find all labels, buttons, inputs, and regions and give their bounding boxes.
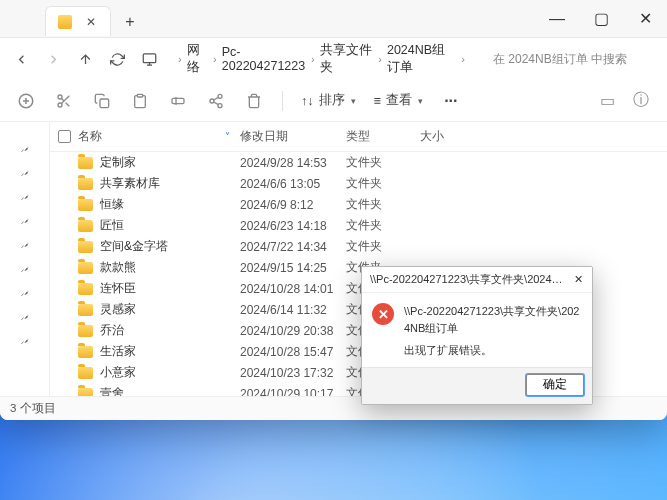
details-pane-icon[interactable]: ⓘ [631, 91, 651, 111]
maximize-button[interactable]: ▢ [579, 0, 623, 38]
refresh-button[interactable] [108, 50, 126, 68]
table-row[interactable]: 定制家2024/9/28 14:53文件夹 [50, 152, 667, 173]
file-name: 空间&金字塔 [100, 238, 168, 255]
file-name: 灵感家 [100, 301, 136, 318]
share-icon[interactable] [206, 91, 226, 111]
paste-icon[interactable] [130, 91, 150, 111]
column-headers: 名称˅ 修改日期 类型 大小 [50, 122, 667, 152]
address-bar: › 网络 › Pc-202204271223 › 共享文件夹 › 2024NB组… [0, 38, 667, 80]
back-button[interactable] [12, 50, 30, 68]
pin-icon[interactable] [17, 144, 33, 154]
file-name: 定制家 [100, 154, 136, 171]
folder-icon [78, 241, 93, 253]
window-controls: — ▢ ✕ [535, 0, 667, 38]
file-name: 款款熊 [100, 259, 136, 276]
copy-icon[interactable] [92, 91, 112, 111]
monitor-icon[interactable] [140, 50, 158, 68]
new-tab-button[interactable]: + [117, 9, 143, 35]
file-date: 2024/10/28 14:01 [240, 282, 346, 296]
svg-point-7 [218, 94, 222, 98]
folder-icon [78, 262, 93, 274]
breadcrumb[interactable]: › 网络 › Pc-202204271223 › 共享文件夹 › 2024NB组… [172, 44, 471, 74]
pin-icon[interactable] [17, 168, 33, 178]
svg-point-8 [210, 99, 214, 103]
item-count: 3 个项目 [10, 401, 56, 416]
file-name: 匠恒 [100, 217, 124, 234]
sort-button[interactable]: ↑↓排序▾ [301, 92, 356, 109]
chevron-down-icon: ▾ [351, 96, 356, 106]
dialog-title: \\Pc-202204271223\共享文件夹\2024NB组订单 [370, 272, 570, 287]
titlebar: ✕ + — ▢ ✕ [0, 0, 667, 38]
chevron-down-icon: ▾ [418, 96, 423, 106]
rename-icon[interactable] [168, 91, 188, 111]
pin-icon[interactable] [17, 240, 33, 250]
file-date: 2024/10/23 17:32 [240, 366, 346, 380]
dialog-close-button[interactable]: ✕ [570, 271, 586, 289]
file-date: 2024/7/22 14:34 [240, 240, 346, 254]
folder-icon [78, 367, 93, 379]
pin-icon[interactable] [17, 264, 33, 274]
tab-active[interactable]: ✕ [45, 6, 111, 36]
file-date: 2024/10/29 10:17 [240, 387, 346, 397]
ok-button[interactable]: 确定 [526, 374, 584, 396]
file-date: 2024/6/6 13:05 [240, 177, 346, 191]
tab-close-icon[interactable]: ✕ [84, 15, 98, 29]
cut-icon[interactable] [54, 91, 74, 111]
more-button[interactable]: ··· [441, 91, 461, 111]
chevron-right-icon: › [178, 53, 182, 65]
view-button[interactable]: ≡查看▾ [374, 92, 423, 109]
svg-rect-6 [172, 98, 184, 103]
preview-pane-icon[interactable]: ▭ [597, 91, 617, 111]
minimize-button[interactable]: — [535, 0, 579, 38]
table-row[interactable]: 匠恒2024/6/23 14:18文件夹 [50, 215, 667, 236]
crumb-network[interactable]: 网络 [185, 40, 210, 78]
pin-icon[interactable] [17, 192, 33, 202]
close-window-button[interactable]: ✕ [623, 0, 667, 38]
delete-icon[interactable] [244, 91, 264, 111]
sort-indicator-icon: ˅ [225, 131, 230, 142]
col-name[interactable]: 名称˅ [78, 128, 240, 145]
col-size[interactable]: 大小 [420, 128, 480, 145]
dialog-message: \\Pc-202204271223\共享文件夹\2024NB组订单 出现了扩展错… [404, 303, 582, 359]
chevron-right-icon: › [311, 53, 315, 65]
chevron-right-icon: › [213, 53, 217, 65]
file-name: 小意家 [100, 364, 136, 381]
file-name: 乔治 [100, 322, 124, 339]
folder-icon [78, 304, 93, 316]
svg-rect-5 [137, 94, 142, 97]
folder-icon [78, 388, 93, 397]
pin-icon[interactable] [17, 336, 33, 346]
file-date: 2024/6/14 11:32 [240, 303, 346, 317]
up-button[interactable] [76, 50, 94, 68]
crumb-folder[interactable]: 2024NB组订单 [385, 40, 458, 78]
file-name: 共享素材库 [100, 175, 160, 192]
new-button[interactable] [16, 91, 36, 111]
table-row[interactable]: 共享素材库2024/6/6 13:05文件夹 [50, 173, 667, 194]
folder-icon [78, 157, 93, 169]
folder-icon [78, 346, 93, 358]
pin-icon[interactable] [17, 312, 33, 322]
file-type: 文件夹 [346, 217, 420, 234]
table-row[interactable]: 空间&金字塔2024/7/22 14:34文件夹 [50, 236, 667, 257]
file-type: 文件夹 [346, 154, 420, 171]
folder-icon [78, 283, 93, 295]
file-name: 壹舍 [100, 385, 124, 396]
col-type[interactable]: 类型 [346, 128, 420, 145]
toolbar-separator [282, 91, 283, 111]
toolbar: ↑↓排序▾ ≡查看▾ ··· ▭ ⓘ [0, 80, 667, 122]
search-input[interactable]: 在 2024NB组订单 中搜索 [485, 45, 655, 73]
folder-icon [78, 325, 93, 337]
file-date: 2024/6/23 14:18 [240, 219, 346, 233]
col-date[interactable]: 修改日期 [240, 128, 346, 145]
pin-icon[interactable] [17, 216, 33, 226]
crumb-pc[interactable]: Pc-202204271223 [220, 43, 308, 75]
svg-point-9 [218, 103, 222, 107]
select-all-checkbox[interactable] [50, 130, 78, 143]
error-dialog: \\Pc-202204271223\共享文件夹\2024NB组订单 ✕ ✕ \\… [361, 266, 593, 405]
crumb-share[interactable]: 共享文件夹 [318, 40, 376, 78]
table-row[interactable]: 恒缘2024/6/9 8:12文件夹 [50, 194, 667, 215]
pin-icon[interactable] [17, 288, 33, 298]
dialog-titlebar[interactable]: \\Pc-202204271223\共享文件夹\2024NB组订单 ✕ [362, 267, 592, 293]
nav-gutter [0, 122, 50, 396]
forward-button[interactable] [44, 50, 62, 68]
